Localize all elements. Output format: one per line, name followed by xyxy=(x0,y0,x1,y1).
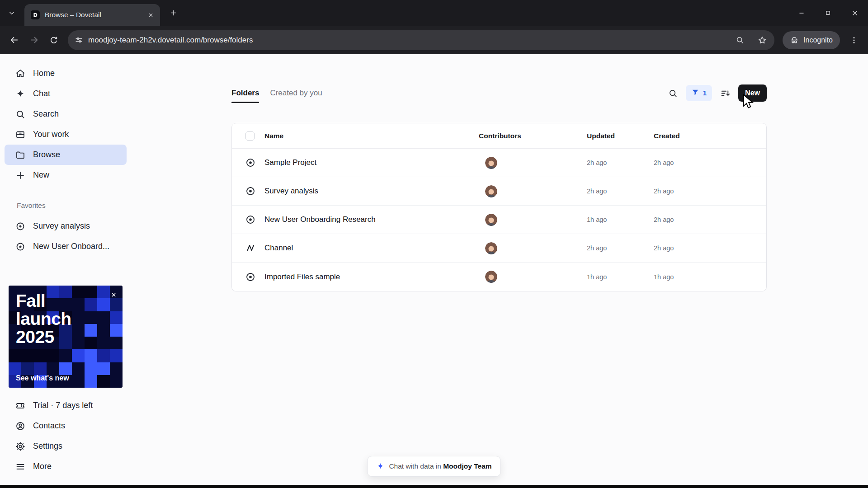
close-window-button[interactable] xyxy=(841,0,868,26)
select-all-checkbox[interactable] xyxy=(245,131,255,141)
new-folder-button[interactable]: New xyxy=(738,84,767,102)
contributor-avatar xyxy=(485,242,497,254)
channel-icon xyxy=(245,243,255,253)
sidebar-item-contacts[interactable]: Contacts xyxy=(5,416,127,436)
chat-pill-prefix: Chat with data in xyxy=(389,462,441,470)
updated-value: 1h ago xyxy=(587,216,654,223)
column-header-name: Name xyxy=(264,132,479,140)
sidebar-item-search[interactable]: Search xyxy=(5,104,127,124)
sidebar-item-browse[interactable]: Browse xyxy=(5,145,127,165)
tab-close-icon[interactable] xyxy=(145,9,156,21)
contributor-avatar xyxy=(485,214,497,226)
maximize-button[interactable] xyxy=(815,0,841,26)
promo-title: Fall launch 2025 xyxy=(9,286,85,352)
plus-icon xyxy=(170,9,177,17)
sidebar-item-chat[interactable]: Chat xyxy=(5,84,127,104)
sidebar-item-settings[interactable]: Settings xyxy=(5,436,127,456)
promo-card[interactable]: Fall launch 2025 See what's new xyxy=(9,286,123,388)
window-controls xyxy=(788,0,868,26)
chat-with-data-pill[interactable]: Chat with data in Moodjoy Team xyxy=(367,456,500,477)
table-row[interactable]: New User Onboarding Research 1h ago 2h a… xyxy=(232,206,766,234)
contributor-avatar xyxy=(485,157,497,169)
project-icon xyxy=(245,215,255,225)
sidebar-item-home[interactable]: Home xyxy=(5,63,127,84)
favorite-item-label: Survey analysis xyxy=(33,221,90,231)
hamburger-icon xyxy=(15,462,25,472)
browser-tabstrip: Browse – Dovetail xyxy=(0,0,868,26)
site-info-icon[interactable] xyxy=(75,36,83,44)
sidebar-item-your-work[interactable]: Your work xyxy=(5,124,127,145)
sparkle-icon xyxy=(15,89,25,99)
dovetail-favicon-icon xyxy=(31,10,40,19)
chat-pill-team-name: Moodjoy Team xyxy=(443,462,491,470)
tab-folders[interactable]: Folders xyxy=(231,84,259,102)
browser-menu-button[interactable] xyxy=(844,31,863,50)
chevron-down-icon xyxy=(8,9,16,17)
sidebar-item-label: Browse xyxy=(33,150,60,160)
contributor-avatar xyxy=(485,185,497,197)
folders-table: Name Contributors Updated Created Sample… xyxy=(231,123,767,291)
favorite-item-new-user-onboarding[interactable]: New User Onboard... xyxy=(5,236,127,257)
header-controls: 1 New xyxy=(664,84,767,102)
url-text[interactable]: moodjoy-team-2h2v.dovetail.com/browse/fo… xyxy=(88,36,726,45)
sidebar-item-trial[interactable]: Trial · 7 days left xyxy=(5,395,127,416)
updated-value: 1h ago xyxy=(587,273,654,281)
forward-button[interactable] xyxy=(24,31,43,50)
updated-value: 2h ago xyxy=(587,244,654,252)
person-circle-icon xyxy=(15,421,25,431)
tab-created-by-you[interactable]: Created by you xyxy=(270,84,322,102)
reload-button[interactable] xyxy=(44,31,63,50)
folder-name: New User Onboarding Research xyxy=(264,215,479,224)
sidebar-item-label: Settings xyxy=(33,441,62,451)
column-header-updated: Updated xyxy=(587,132,654,140)
folder-name: Imported Files sample xyxy=(264,272,479,282)
minimize-button[interactable] xyxy=(788,0,815,26)
sidebar-item-label: More xyxy=(33,462,52,471)
promo-cta[interactable]: See what's new xyxy=(16,374,69,382)
table-row[interactable]: Sample Project 2h ago 2h ago xyxy=(232,149,766,177)
project-icon xyxy=(245,186,255,196)
table-row[interactable]: Survey analysis 2h ago 2h ago xyxy=(232,177,766,206)
favorite-item-survey-analysis[interactable]: Survey analysis xyxy=(5,216,127,236)
promo-close-icon[interactable] xyxy=(108,289,119,300)
filter-button[interactable]: 1 xyxy=(686,85,712,101)
incognito-label: Incognito xyxy=(803,36,833,44)
created-value: 2h ago xyxy=(654,216,766,223)
favorite-item-label: New User Onboard... xyxy=(33,242,109,251)
address-bar[interactable]: moodjoy-team-2h2v.dovetail.com/browse/fo… xyxy=(68,30,774,50)
sidebar-item-label: Search xyxy=(33,109,59,119)
sidebar-item-label: Trial · 7 days left xyxy=(33,401,93,410)
sidebar-item-label: Home xyxy=(33,69,55,78)
drawer-icon xyxy=(15,130,25,140)
gear-icon xyxy=(15,441,25,451)
table-row[interactable]: Channel 2h ago 2h ago xyxy=(232,234,766,263)
sidebar-item-more[interactable]: More xyxy=(5,456,127,477)
back-button[interactable] xyxy=(5,31,24,50)
new-tab-button[interactable] xyxy=(165,5,181,21)
target-icon xyxy=(15,221,25,231)
table-header-row: Name Contributors Updated Created xyxy=(232,123,766,149)
created-value: 2h ago xyxy=(654,244,766,252)
tab-label: Created by you xyxy=(270,89,322,98)
plus-icon xyxy=(15,170,25,180)
project-icon xyxy=(245,158,255,168)
ticket-icon xyxy=(15,401,25,411)
favorites-heading: Favorites xyxy=(17,202,131,210)
tab-search-button[interactable] xyxy=(4,5,20,21)
sidebar-item-new[interactable]: New xyxy=(5,165,127,185)
created-value: 2h ago xyxy=(654,188,766,195)
search-button[interactable] xyxy=(664,84,681,102)
created-value: 2h ago xyxy=(654,159,766,166)
sort-button[interactable] xyxy=(717,84,734,102)
bookmark-star-icon[interactable] xyxy=(754,32,771,49)
zoom-lens-icon[interactable] xyxy=(731,32,749,49)
funnel-icon xyxy=(691,88,699,98)
table-row[interactable]: Imported Files sample 1h ago 1h ago xyxy=(232,263,766,291)
content-tabs: Folders Created by you 1 New xyxy=(231,84,767,102)
tab-label: Folders xyxy=(231,89,259,98)
sidebar-item-label: Chat xyxy=(33,89,50,99)
incognito-icon xyxy=(790,36,799,45)
browser-tab[interactable]: Browse – Dovetail xyxy=(24,4,160,26)
filter-count-badge: 1 xyxy=(703,89,707,97)
target-icon xyxy=(15,242,25,252)
